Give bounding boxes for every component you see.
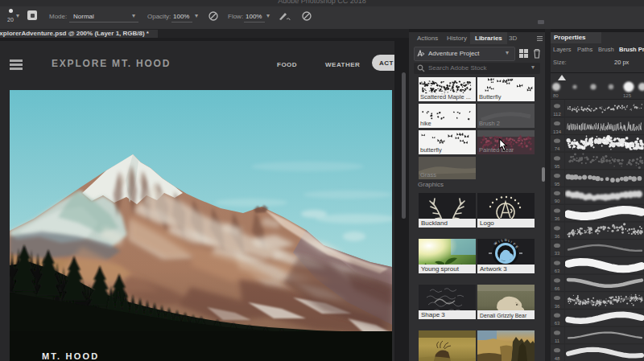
svg-text:80: 80 <box>553 93 559 98</box>
svg-text:95: 95 <box>555 164 560 169</box>
svg-text:36: 36 <box>555 304 560 309</box>
svg-text:90: 90 <box>555 199 560 203</box>
svg-text:63: 63 <box>555 269 560 273</box>
svg-text:D: D <box>505 239 507 242</box>
svg-text:134: 134 <box>553 129 562 134</box>
svg-text:11: 11 <box>555 338 560 343</box>
svg-text:95: 95 <box>555 182 560 187</box>
svg-text:MT. HOOD: MT. HOOD <box>42 351 99 361</box>
svg-text:63: 63 <box>555 321 560 326</box>
svg-text:66: 66 <box>555 286 560 291</box>
svg-text:33: 33 <box>555 251 560 256</box>
svg-text:36: 36 <box>555 234 560 239</box>
svg-text:74: 74 <box>555 146 560 151</box>
svg-text:48: 48 <box>555 356 560 361</box>
svg-text:125: 125 <box>623 93 632 98</box>
svg-text:36: 36 <box>555 216 560 221</box>
svg-text:112: 112 <box>553 112 561 117</box>
